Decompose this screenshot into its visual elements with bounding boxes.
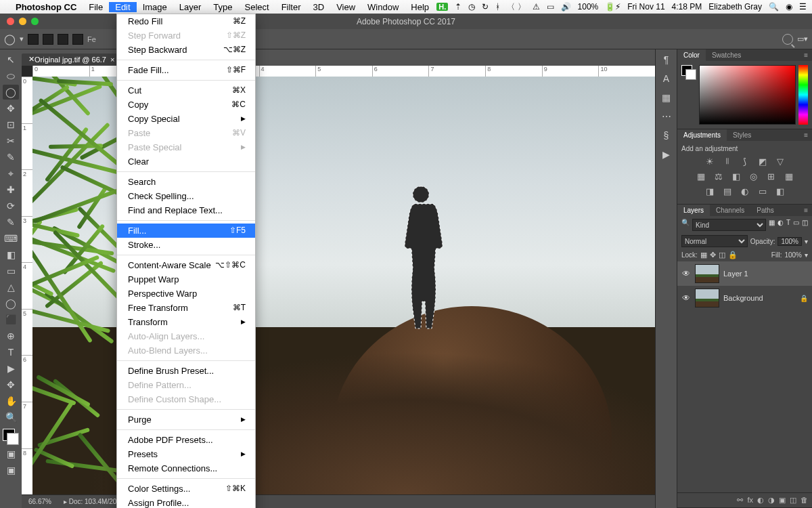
layer-thumbnail[interactable] (695, 264, 719, 283)
lasso-tool-icon[interactable]: ◯ (4, 33, 16, 45)
tool-4[interactable]: ⊡ (3, 117, 19, 132)
delete-layer-icon[interactable]: 🗑 (800, 496, 808, 505)
menu-item-cut[interactable]: Cut⌘X (117, 83, 255, 98)
layer-name[interactable]: Layer 1 (723, 270, 748, 278)
window-close-button[interactable] (7, 18, 14, 25)
tool-preset-chevron-icon[interactable]: ▾ (20, 35, 24, 43)
menu-item-copy-special[interactable]: Copy Special (117, 112, 255, 126)
adj-invert-icon[interactable]: ◨ (704, 185, 716, 197)
selection-intersect-icon[interactable] (72, 34, 83, 45)
tab-layers[interactable]: Layers (677, 205, 710, 216)
menu-item-purge[interactable]: Purge (117, 412, 255, 427)
tool-17[interactable]: ⊕ (3, 329, 19, 343)
panel-menu-icon[interactable]: ≡ (800, 49, 812, 61)
menu-item-define-brush-preset[interactable]: Define Brush Preset... (117, 364, 255, 378)
tool-20[interactable]: ✥ (3, 377, 19, 392)
lock-all-icon[interactable]: 🔒 (728, 251, 738, 259)
fill-value[interactable]: 100% (784, 251, 802, 259)
sync-icon[interactable]: ◷ (468, 2, 475, 12)
tab-color[interactable]: Color (677, 49, 706, 61)
layer-name[interactable]: Background (723, 294, 763, 302)
adj-curves-icon[interactable]: ⟆ (739, 155, 751, 167)
volume-icon[interactable]: 🔊 (561, 2, 571, 12)
window-zoom-button[interactable] (31, 18, 39, 25)
collapsed-panel-4[interactable]: § (659, 128, 674, 143)
layer-row[interactable]: 👁Layer 1 (677, 261, 812, 286)
tool-11[interactable]: ⌨ (3, 231, 19, 246)
tool-5[interactable]: ✂ (3, 133, 19, 148)
tool-9[interactable]: ⟳ (3, 198, 19, 213)
tab-styles[interactable]: Styles (727, 129, 757, 141)
menu-item-redo-fill[interactable]: Redo Fill⌘Z (117, 14, 255, 28)
new-layer-icon[interactable]: ◫ (790, 496, 796, 505)
foreground-background-swatch[interactable] (3, 429, 19, 445)
visibility-icon[interactable]: 👁 (681, 269, 691, 278)
battery-text[interactable]: 100% (578, 2, 599, 12)
filter-shape-icon[interactable]: ▭ (793, 219, 799, 231)
layer-mask-icon[interactable]: ◐ (757, 496, 764, 505)
tool-14[interactable]: △ (3, 280, 19, 295)
menubar-time[interactable]: 4:18 PM (672, 2, 702, 12)
tool-6[interactable]: ✎ (3, 150, 19, 165)
menu-item-copy[interactable]: Copy⌘C (117, 98, 255, 112)
tool-7[interactable]: ⌖ (3, 166, 19, 181)
document-tab-close-icon[interactable]: × (110, 56, 114, 64)
menu-view[interactable]: View (330, 2, 361, 12)
new-group-icon[interactable]: ▣ (779, 496, 786, 505)
menu-item-fade-fill[interactable]: Fade Fill...⇧⌘F (117, 63, 255, 77)
menu-edit[interactable]: Edit (109, 2, 136, 12)
collapsed-panel-2[interactable]: ▦ (659, 90, 674, 105)
tool-2[interactable]: ◯ (3, 85, 19, 100)
lock-position-icon[interactable]: ✥ (710, 251, 716, 259)
code-icon[interactable]: 〈 〉 (507, 1, 525, 13)
app-name[interactable]: Photoshop CC (9, 2, 83, 12)
color-field[interactable] (699, 65, 796, 125)
selection-add-icon[interactable] (43, 34, 53, 45)
tool-13[interactable]: ▭ (3, 263, 19, 278)
tool-16[interactable]: ⬛ (3, 312, 19, 327)
menu-3d[interactable]: 3D (307, 2, 331, 12)
menu-item-content-aware-scale[interactable]: Content-Aware Scale⌥⇧⌘C (117, 258, 255, 272)
menu-item-perspective-warp[interactable]: Perspective Warp (117, 287, 255, 301)
adj-gradient-map-icon[interactable]: ▭ (757, 185, 769, 197)
new-adjustment-icon[interactable]: ◑ (768, 496, 775, 505)
menu-filter[interactable]: Filter (275, 2, 307, 12)
menu-item-clear[interactable]: Clear (117, 154, 255, 169)
airplay-icon[interactable]: ▭ (547, 2, 554, 12)
tool-19[interactable]: ▶ (3, 361, 19, 376)
menu-item-check-spelling[interactable]: Check Spelling... (117, 189, 255, 203)
adj-lookup-icon[interactable]: ▦ (783, 170, 795, 182)
menu-item-remote-connections[interactable]: Remote Connections... (117, 461, 255, 475)
menubar-app-icon[interactable]: H. (436, 3, 448, 11)
menu-item-transform[interactable]: Transform (117, 315, 255, 329)
menu-type[interactable]: Type (207, 2, 238, 12)
tool-18[interactable]: T (3, 345, 19, 360)
menubar-user[interactable]: Elizabeth Gray (708, 2, 762, 12)
menu-file[interactable]: File (83, 2, 109, 12)
menu-item-presets[interactable]: Presets (117, 447, 255, 461)
tool-8[interactable]: ✚ (3, 182, 19, 197)
menu-item-color-settings[interactable]: Color Settings...⇧⌘K (117, 482, 255, 496)
adj-vibrance-icon[interactable]: ▽ (774, 155, 786, 167)
tool-21[interactable]: ✋ (3, 394, 19, 408)
siri-icon[interactable]: ◉ (786, 2, 792, 12)
adj-exposure-icon[interactable]: ◩ (757, 155, 769, 167)
tab-paths[interactable]: Paths (750, 205, 780, 216)
menu-image[interactable]: Image (137, 2, 173, 12)
visibility-icon[interactable]: 👁 (681, 293, 691, 303)
adj-posterize-icon[interactable]: ▤ (721, 185, 734, 197)
adj-photo-filter-icon[interactable]: ◎ (748, 170, 760, 182)
battery-icon[interactable]: 🔋⚡︎ (605, 2, 621, 12)
window-minimize-button[interactable] (19, 18, 26, 25)
adj-bw-icon[interactable]: ◧ (730, 170, 742, 182)
adj-threshold-icon[interactable]: ◐ (739, 185, 751, 197)
menu-layer[interactable]: Layer (173, 2, 208, 12)
tool-3[interactable]: ✥ (3, 101, 19, 116)
filter-type-icon[interactable]: T (786, 219, 790, 231)
filter-kind-icon[interactable]: 🔍 (681, 219, 690, 231)
menu-help[interactable]: Help (405, 2, 435, 12)
panel-menu-icon[interactable]: ≡ (800, 129, 812, 141)
filter-pixel-icon[interactable]: ▦ (769, 219, 775, 231)
filter-smart-icon[interactable]: ◫ (802, 219, 808, 231)
menu-item-puppet-warp[interactable]: Puppet Warp (117, 272, 255, 287)
